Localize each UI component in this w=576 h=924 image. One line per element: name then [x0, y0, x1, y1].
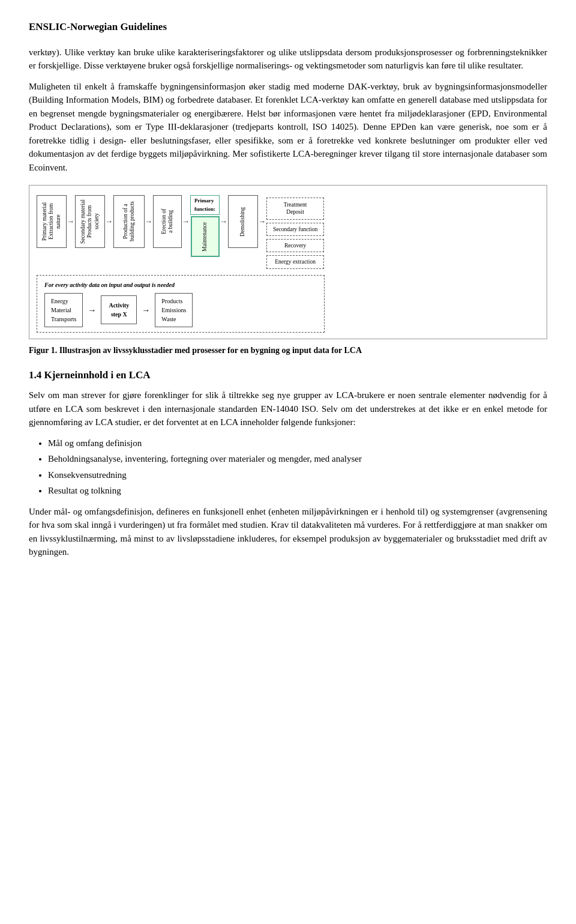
stage-energy-extraction: Energy extraction [266, 255, 324, 268]
stage-treatment-deposit: TreatmentDeposit [266, 198, 324, 220]
stage-maintenance: Maintenance [191, 216, 220, 257]
arrow-1: → [67, 195, 75, 248]
arrow-5: → [220, 195, 228, 248]
input-material: Material [51, 306, 76, 315]
figure-caption-bold: Figur 1. Illustrasjon av livssyklusstadi… [29, 346, 362, 355]
output-waste: Waste [161, 315, 186, 324]
diagram: Primary materialExtraction fromnature → … [37, 195, 539, 333]
stage-production: Production of abuilding products [113, 195, 145, 248]
activity-diagram: For every activity data on input and out… [37, 275, 325, 333]
output-emissions: Emissions [161, 306, 186, 315]
paragraph-1: verktøy). Ulike verktøy kan bruke ulike … [29, 46, 547, 73]
bullet-item-2: Beholdningsanalyse, inventering, fortegn… [48, 452, 547, 466]
paragraph-2: Muligheten til enkelt å framskaffe bygni… [29, 80, 547, 175]
activity-label: For every activity data on input and out… [44, 280, 317, 289]
arrow-6: → [258, 195, 266, 248]
figure-1: Primary materialExtraction fromnature → … [29, 185, 547, 339]
paragraph-3: Selv om man strever for gjøre forenkling… [29, 388, 547, 429]
arrow-2: → [105, 195, 113, 248]
arrow-4: → [182, 195, 190, 248]
activity-step-box: Activity step X [101, 295, 137, 324]
stage-erection: Erection ofa building [153, 195, 182, 248]
bullet-item-1: Mål og omfang definisjon [48, 436, 547, 450]
stage-secondary-material: Secondary materialProducts from society [75, 195, 105, 248]
input-energy: Energy [51, 297, 76, 306]
primary-function-label: Primaryfunction: [190, 195, 220, 215]
stage-primary-material: Primary materialExtraction fromnature [37, 195, 67, 248]
page-title: ENSLIC-Norwegian Guidelines [29, 19, 547, 35]
input-arrow: → [88, 304, 96, 316]
output-products: Products [161, 297, 186, 306]
figure-caption: Figur 1. Illustrasjon av livssyklusstadi… [29, 344, 547, 357]
stage-recovery: Recovery [266, 239, 324, 252]
bullet-item-3: Konsekvensutredning [48, 468, 547, 482]
bullet-list: Mål og omfang definisjon Beholdningsanal… [48, 436, 547, 498]
stage-secondary-function: Secondary function [266, 223, 324, 236]
paragraph-4: Under mål- og omfangsdefinisjon, definer… [29, 505, 547, 559]
output-arrow: → [142, 304, 150, 316]
input-transports: Transports [51, 315, 76, 324]
bullet-item-4: Resultat og tolkning [48, 484, 547, 498]
output-column: Products Emissions Waste [155, 293, 193, 327]
section-heading-14: 1.4 Kjerneinnhold i en LCA [29, 367, 547, 383]
arrow-3: → [145, 195, 153, 248]
stage-demolishing: Demolishing [228, 195, 258, 248]
input-column: Energy Material Transports [44, 293, 83, 327]
